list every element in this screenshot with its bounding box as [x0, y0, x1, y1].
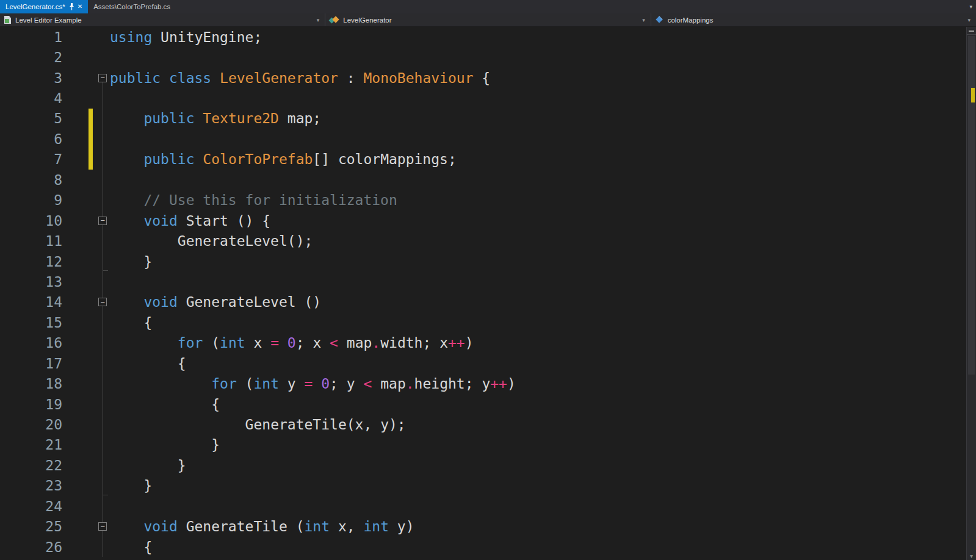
line-number: 16	[0, 335, 67, 351]
code-line[interactable]: public ColorToPrefab[] colorMappings;	[110, 151, 976, 167]
code-line[interactable]: void Start () {	[110, 213, 976, 229]
code-token: map;	[279, 110, 321, 126]
scrollbar-change-mark	[971, 88, 975, 102]
code-row: 3−public class LevelGenerator : MonoBeha…	[0, 68, 976, 88]
code-token	[194, 110, 203, 126]
change-margin	[67, 414, 93, 434]
fold-margin: −	[93, 292, 110, 312]
chevron-down-icon: ▾	[317, 17, 321, 23]
code-token: (	[237, 376, 254, 392]
change-indicator-bar	[89, 129, 93, 149]
line-number: 4	[0, 90, 67, 106]
class-dropdown[interactable]: LevelGenerator ▾	[325, 13, 651, 26]
code-line[interactable]: }	[110, 458, 976, 473]
code-token: ; y	[330, 376, 363, 392]
code-token: GenerateTile (	[178, 519, 305, 534]
scrollbar-thumb[interactable]	[968, 36, 975, 375]
fold-guide-line	[103, 353, 103, 373]
code-editor[interactable]: 1using UnityEngine;23−public class Level…	[0, 27, 976, 560]
code-token	[313, 376, 321, 392]
code-line[interactable]: public class LevelGenerator : MonoBehavi…	[110, 70, 976, 86]
fold-guide-line	[103, 170, 103, 190]
code-line[interactable]: {	[110, 315, 976, 331]
splitter-grip-icon[interactable]	[967, 27, 976, 35]
code-line[interactable]: // Use this for initialization	[110, 192, 976, 208]
change-margin	[67, 537, 93, 557]
code-row: 26{	[0, 537, 976, 557]
code-token: )	[507, 376, 516, 392]
line-number: 12	[0, 254, 67, 270]
line-number: 1	[0, 29, 67, 45]
code-token: [] colorMappings;	[313, 151, 456, 167]
fold-guide-line	[103, 476, 103, 496]
fold-collapse-icon[interactable]: −	[98, 522, 107, 531]
fold-margin	[93, 88, 110, 108]
code-row: 19{	[0, 394, 976, 414]
tab-label: LevelGenerator.cs*	[5, 3, 65, 10]
code-line[interactable]: }	[110, 437, 976, 453]
code-row: 23}	[0, 476, 976, 496]
fold-margin	[93, 231, 110, 251]
change-margin	[67, 455, 93, 475]
change-margin	[67, 251, 93, 271]
project-dropdown[interactable]: Level Editor Example ▾	[0, 13, 325, 26]
code-token: public	[143, 110, 194, 126]
fold-guide-line	[103, 109, 103, 129]
fold-collapse-icon[interactable]: −	[98, 74, 107, 82]
fold-margin: −	[93, 210, 110, 231]
fold-guide-line	[103, 496, 103, 516]
code-row: 8	[0, 170, 976, 190]
code-row: 10−void Start () {	[0, 210, 976, 231]
vertical-scrollbar[interactable]: ▾	[966, 27, 976, 560]
change-margin	[67, 394, 93, 414]
code-line[interactable]: void GenerateTile (int x, int y)	[110, 519, 976, 534]
code-token: void	[143, 294, 177, 310]
tab-list-chevron-icon[interactable]: ▾	[969, 0, 972, 13]
code-line[interactable]: {	[110, 397, 976, 412]
code-line[interactable]: {	[110, 356, 976, 372]
close-icon[interactable]: ✕	[78, 4, 82, 10]
code-line[interactable]: void GenerateLevel ()	[110, 294, 976, 310]
code-token: UnityEngine;	[152, 29, 262, 45]
fold-collapse-icon[interactable]: −	[98, 298, 107, 306]
class-dropdown-label: LevelGenerator	[343, 16, 391, 24]
pin-icon[interactable]	[69, 3, 74, 10]
change-indicator-bar	[89, 109, 93, 129]
code-token: width; x	[380, 335, 448, 351]
code-line[interactable]: GenerateTile(x, y);	[110, 417, 976, 433]
code-line[interactable]: public Texture2D map;	[110, 110, 976, 126]
tab-colortoprefab[interactable]: Assets\ColorToPrefab.cs	[88, 0, 176, 13]
tab-levelgenerator[interactable]: LevelGenerator.cs* ✕	[0, 0, 88, 13]
code-row: 18for (int y = 0; y < map.height; y++)	[0, 373, 976, 393]
code-row: 2	[0, 47, 976, 67]
line-number: 7	[0, 151, 67, 167]
code-token: .	[406, 376, 414, 392]
fold-guide-line	[103, 149, 103, 170]
code-row: 4	[0, 88, 976, 108]
code-line[interactable]: {	[110, 539, 976, 555]
code-token: 0	[321, 376, 330, 392]
code-line[interactable]: for (int y = 0; y < map.height; y++)	[110, 376, 976, 392]
member-dropdown[interactable]: colorMappings ▾	[651, 13, 976, 26]
chevron-down-icon: ▾	[642, 17, 646, 23]
line-number: 21	[0, 437, 67, 453]
code-line[interactable]: GenerateLevel();	[110, 233, 976, 249]
code-line[interactable]: using UnityEngine;	[110, 29, 976, 45]
code-token: Texture2D	[203, 110, 279, 126]
fold-collapse-icon[interactable]: −	[98, 217, 107, 225]
code-row: 5public Texture2D map;	[0, 109, 976, 129]
tab-label: Assets\ColorToPrefab.cs	[93, 3, 170, 10]
fold-margin	[93, 109, 110, 129]
fold-margin	[93, 27, 110, 47]
fold-margin: −	[93, 68, 110, 88]
code-line[interactable]: for (int x = 0; x < map.width; x++)	[110, 335, 976, 351]
change-margin	[67, 88, 93, 108]
change-margin	[67, 373, 93, 393]
code-line[interactable]: }	[110, 254, 976, 270]
line-number: 11	[0, 233, 67, 249]
scrollbar-down-arrow-icon[interactable]: ▾	[967, 553, 976, 559]
code-line[interactable]: }	[110, 478, 976, 494]
code-token: int	[220, 335, 245, 351]
fold-guide-line	[103, 333, 103, 353]
fold-end-tick	[103, 270, 108, 271]
